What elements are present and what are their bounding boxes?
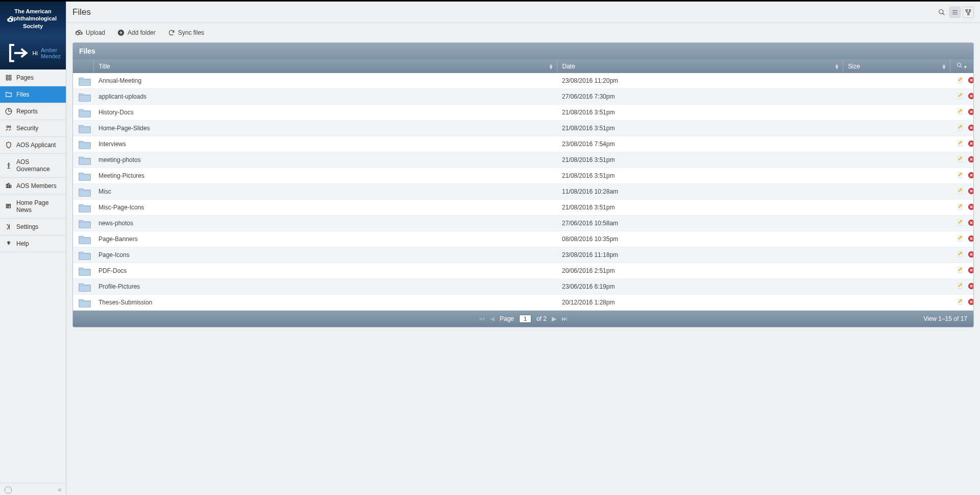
cell-size <box>843 73 950 89</box>
user-name-link[interactable]: Amber Mendez <box>41 47 61 59</box>
pager-last-icon[interactable]: ⏭ <box>561 315 568 322</box>
edit-button[interactable] <box>957 156 964 163</box>
logout-icon[interactable] <box>5 41 29 65</box>
delete-button[interactable] <box>968 282 974 290</box>
delete-button[interactable] <box>968 267 974 274</box>
edit-button[interactable] <box>957 251 964 258</box>
files-icon <box>5 91 12 98</box>
table-row[interactable]: Page-Banners 08/08/2016 10:35pm <box>73 231 973 247</box>
upload-button[interactable]: Upload <box>76 29 105 36</box>
sidebar-footer: ◯ « <box>0 483 66 495</box>
cell-size <box>843 279 950 295</box>
cell-title: news-photos <box>93 216 557 231</box>
column-size[interactable]: Size ▲▼ <box>843 59 950 73</box>
pager-page-input[interactable] <box>519 315 531 323</box>
edit-button[interactable] <box>957 219 964 226</box>
edit-button[interactable] <box>957 124 964 131</box>
sidebar-item-files[interactable]: Files <box>0 86 66 103</box>
edit-button[interactable] <box>957 298 964 305</box>
pages-icon <box>5 74 12 81</box>
sidebar-item-help[interactable]: Help <box>0 235 66 252</box>
pager-prev-icon[interactable]: ◀ <box>490 315 495 322</box>
delete-button[interactable] <box>968 140 974 147</box>
table-row[interactable]: Home-Page-Slides 21/08/2016 3:51pm <box>73 121 973 136</box>
sidebar-item-label: AOS Members <box>16 182 57 190</box>
edit-icon <box>957 267 964 274</box>
delete-icon <box>968 140 974 147</box>
delete-icon <box>968 124 974 131</box>
column-title[interactable]: Title ▲▼ <box>93 59 557 73</box>
search-button[interactable] <box>936 7 947 18</box>
aos-governance-icon <box>5 162 12 169</box>
table-row[interactable]: Meeting-Pictures 21/08/2016 3:51pm <box>73 168 973 184</box>
edit-button[interactable] <box>957 140 964 147</box>
delete-button[interactable] <box>968 298 974 305</box>
edit-button[interactable] <box>957 282 964 290</box>
list-view-button[interactable] <box>949 7 961 18</box>
edit-button[interactable] <box>957 187 964 195</box>
user-greeting: Hi Amber Mendez <box>0 37 66 69</box>
sync-files-button[interactable]: Sync files <box>168 29 204 36</box>
edit-icon <box>957 235 964 242</box>
add-folder-button[interactable]: Add folder <box>117 29 156 36</box>
delete-button[interactable] <box>968 235 974 242</box>
tree-view-button[interactable] <box>963 7 974 18</box>
table-row[interactable]: Misc 11/08/2016 10:28am <box>73 184 973 200</box>
cell-title: Page-Icons <box>93 247 557 263</box>
delete-button[interactable] <box>968 219 974 226</box>
cell-size <box>843 121 950 136</box>
pager: ⏮ ◀ Page of 2 ▶ ⏭ <box>479 315 568 323</box>
edit-button[interactable] <box>957 108 964 115</box>
edit-button[interactable] <box>957 203 964 210</box>
pager-first-icon[interactable]: ⏮ <box>479 315 485 322</box>
sidebar-item-aos-members[interactable]: AOS Members <box>0 178 66 195</box>
pager-of-label: of 2 <box>536 315 547 322</box>
sidebar-item-pages[interactable]: Pages <box>0 69 66 86</box>
table-row[interactable]: Annual-Meeting 23/08/2016 11:20pm <box>73 73 973 89</box>
delete-icon <box>968 282 974 290</box>
table-row[interactable]: History-Docs 21/08/2016 3:51pm <box>73 105 973 121</box>
delete-button[interactable] <box>968 172 974 179</box>
delete-button[interactable] <box>968 124 974 131</box>
sidebar-item-aos-applicant[interactable]: AOS Applicant <box>0 137 66 154</box>
table-row[interactable]: Interviews 23/08/2016 7:54pm <box>73 136 973 152</box>
edit-icon <box>957 219 964 226</box>
sidebar-item-reports[interactable]: Reports <box>0 103 66 120</box>
table-row[interactable]: Page-Icons 23/08/2016 11:18pm <box>73 247 973 263</box>
delete-button[interactable] <box>968 108 974 115</box>
main: Files Upload Add folder <box>66 2 980 495</box>
delete-button[interactable] <box>968 251 974 258</box>
edit-button[interactable] <box>957 267 964 274</box>
edit-button[interactable] <box>957 92 964 100</box>
delete-button[interactable] <box>968 77 974 84</box>
delete-button[interactable] <box>968 92 974 100</box>
edit-button[interactable] <box>957 172 964 179</box>
delete-button[interactable] <box>968 156 974 163</box>
table-row[interactable]: news-photos 27/06/2016 10:58am <box>73 216 973 231</box>
sidebar-item-settings[interactable]: Settings <box>0 219 66 235</box>
sidebar-item-aos-governance[interactable]: AOS Governance <box>0 154 66 178</box>
files-panel: Files Title ▲▼ Date ▲▼ Si <box>72 42 974 327</box>
edit-button[interactable] <box>957 235 964 242</box>
collapse-sidebar-icon[interactable]: « <box>58 485 62 493</box>
table-row[interactable]: PDF-Docs 20/06/2016 2:51pm <box>73 263 973 279</box>
sidebar-item-home-page-news[interactable]: Home Page News <box>0 195 66 219</box>
column-date[interactable]: Date ▲▼ <box>557 59 843 73</box>
cell-date: 21/08/2016 3:51pm <box>557 200 843 216</box>
delete-button[interactable] <box>968 187 974 195</box>
table-row[interactable]: meeting-photos 21/08/2016 3:51pm <box>73 152 973 168</box>
table-row[interactable]: Misc-Page-Icons 21/08/2016 3:51pm <box>73 200 973 216</box>
svg-rect-2 <box>969 9 971 11</box>
edit-button[interactable] <box>957 77 964 84</box>
table-row[interactable]: applicant-uploads 27/06/2016 7:30pm <box>73 89 973 105</box>
reports-icon <box>5 108 12 115</box>
table-row[interactable]: Theses-Submission 20/12/2016 1:28pm <box>73 295 973 311</box>
upload-icon <box>76 29 83 36</box>
sidebar-item-security[interactable]: Security <box>0 120 66 137</box>
delete-button[interactable] <box>968 203 974 210</box>
column-search[interactable]: ▾ <box>950 59 973 73</box>
table-row[interactable]: Profile-Pictures 23/06/2016 6:19pm <box>73 279 973 295</box>
delete-icon <box>968 156 974 163</box>
folder-icon <box>78 91 91 102</box>
pager-next-icon[interactable]: ▶ <box>552 315 556 322</box>
